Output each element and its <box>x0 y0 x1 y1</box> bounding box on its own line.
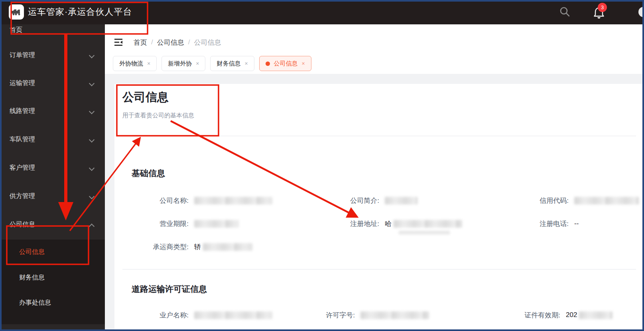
field-registered-phone: 注册电话: -- <box>505 218 579 229</box>
divider <box>122 269 636 270</box>
submenu-item-finance-info[interactable]: 财务信息 <box>0 271 105 284</box>
notification-badge: 3 <box>598 3 607 12</box>
tab-label: 财务信息 <box>217 60 240 67</box>
tab-close-icon[interactable]: × <box>302 60 305 67</box>
tab-finance-info[interactable]: 财务信息 × <box>210 56 254 71</box>
tab-bar: 外协物流 × 新增外协 × 财务信息 × 公司信息 × <box>113 56 311 71</box>
field-value-prefix: 202 <box>566 311 577 319</box>
chevron-down-icon <box>89 137 95 143</box>
tab-close-icon[interactable]: × <box>147 60 150 67</box>
field-business-term: 营业期限: <box>125 218 239 229</box>
menu-fold-icon[interactable] <box>114 38 123 47</box>
submenu-item-office-info[interactable]: 办事处信息 <box>0 296 105 309</box>
sidebar-item-label: 首页 <box>10 26 22 33</box>
sidebar-item-label: 订单管理 <box>10 52 35 58</box>
chevron-down-icon <box>89 165 95 171</box>
section-title-basic-info: 基础信息 <box>132 168 165 179</box>
chevron-up-icon <box>89 224 95 229</box>
field-label: 业户名称: <box>125 311 189 320</box>
divider <box>122 136 636 136</box>
sidebar-item-fleet[interactable]: 车队管理 <box>0 133 105 146</box>
sidebar-item-label: 车队管理 <box>10 136 35 143</box>
breadcrumb: 首页 / 公司信息 / 公司信息 <box>134 37 221 48</box>
sidebar-item-orders[interactable]: 订单管理 <box>0 49 105 61</box>
redacted-value <box>399 231 450 234</box>
tab-close-icon[interactable]: × <box>196 60 199 67</box>
breadcrumb-separator: / <box>188 38 190 46</box>
sidebar-item-home[interactable]: 首页 <box>0 24 105 36</box>
sidebar-submenu: 公司信息 财务信息 办事处信息 <box>0 240 105 324</box>
content-area: 公司信息 用于查看贵公司的基本信息 基础信息 公司名称: 公司简介: 信用代码:… <box>105 74 644 331</box>
breadcrumb-separator: / <box>151 38 153 46</box>
field-registered-address: 注册地址: 哈 <box>315 218 462 229</box>
truck-icon <box>10 6 22 18</box>
field-label: 许可字号: <box>291 311 355 320</box>
tab-label: 外协物流 <box>119 60 143 67</box>
field-validity: 证件有效期: 202 <box>496 310 612 320</box>
app-logo <box>9 4 24 20</box>
field-label: 注册地址: <box>315 219 379 228</box>
field-value: -- <box>574 220 579 228</box>
redacted-value <box>203 243 252 251</box>
field-label: 公司名称: <box>125 196 189 205</box>
field-label: 信用代码: <box>505 196 569 205</box>
breadcrumb-bar: 首页 / 公司信息 / 公司信息 外协物流 × 新增外协 × 财务信息 × 公司… <box>105 24 644 74</box>
breadcrumb-home[interactable]: 首页 <box>134 38 147 47</box>
redacted-value <box>574 197 639 204</box>
tab-label: 新增外协 <box>168 60 192 67</box>
sidebar-item-customers[interactable]: 客户管理 <box>0 161 105 174</box>
sidebar-item-label: 公司信息 <box>10 221 35 228</box>
submenu-item-label: 办事处信息 <box>19 299 51 306</box>
app-window: 运车管家·承运合伙人平台 3 首页 订单管理 运输管理 线路管理 车队管理 客户… <box>0 0 644 331</box>
tab-label: 公司信息 <box>274 60 298 67</box>
submenu-item-label: 财务信息 <box>19 274 45 281</box>
active-tab-dot <box>266 61 270 66</box>
field-value-prefix: 轿 <box>194 242 201 252</box>
page-title: 公司信息 <box>122 89 169 105</box>
sidebar-item-label: 客户管理 <box>10 164 35 171</box>
breadcrumb-company-info[interactable]: 公司信息 <box>157 38 184 47</box>
field-label: 注册电话: <box>505 219 569 228</box>
avatar[interactable] <box>638 7 644 17</box>
redacted-value <box>194 220 239 228</box>
field-label: 公司简介: <box>315 196 379 205</box>
redacted-value <box>385 197 418 204</box>
sidebar-item-transport[interactable]: 运输管理 <box>0 77 105 89</box>
tab-new-external[interactable]: 新增外协 × <box>161 56 205 71</box>
section-title-license-info: 道路运输许可证信息 <box>132 283 207 295</box>
field-license-no: 许可字号: <box>291 310 429 320</box>
sidebar: 首页 订单管理 运输管理 线路管理 车队管理 客户管理 供方管理 公司信息 公司… <box>0 24 105 331</box>
content-card: 公司信息 用于查看贵公司的基本信息 基础信息 公司名称: 公司简介: 信用代码:… <box>114 84 644 331</box>
sidebar-item-routes[interactable]: 线路管理 <box>0 105 105 117</box>
field-operator-name: 业户名称: <box>125 310 272 320</box>
search-icon[interactable] <box>558 6 571 18</box>
chevron-down-icon <box>89 53 95 58</box>
field-company-intro: 公司简介: <box>315 195 418 206</box>
sidebar-item-suppliers[interactable]: 供方管理 <box>0 190 105 202</box>
tab-external-logistics[interactable]: 外协物流 × <box>113 56 157 71</box>
sidebar-item-label: 供方管理 <box>10 192 35 199</box>
page-subtitle: 用于查看贵公司的基本信息 <box>122 112 194 119</box>
redacted-value <box>579 311 612 319</box>
field-label: 营业期限: <box>125 219 189 228</box>
sidebar-item-label: 运输管理 <box>10 79 35 86</box>
redacted-value <box>394 220 462 228</box>
chevron-down-icon <box>89 194 95 199</box>
breadcrumb-current: 公司信息 <box>194 38 221 47</box>
chevron-down-icon <box>89 81 95 86</box>
field-label: 证件有效期: <box>496 311 560 320</box>
sidebar-item-label: 线路管理 <box>10 107 35 114</box>
app-title: 运车管家·承运合伙人平台 <box>28 6 132 18</box>
field-carrier-type: 承运商类型: 轿 <box>125 242 252 252</box>
tab-close-icon[interactable]: × <box>244 60 248 67</box>
redacted-value <box>194 197 272 204</box>
app-header: 运车管家·承运合伙人平台 3 <box>0 0 644 24</box>
field-value-prefix: 哈 <box>385 219 392 228</box>
sidebar-item-company-info[interactable]: 公司信息 <box>0 218 105 231</box>
tab-company-info-active[interactable]: 公司信息 × <box>259 56 311 71</box>
field-company-name: 公司名称: <box>125 195 272 206</box>
chevron-down-icon <box>89 109 95 114</box>
submenu-item-company-info[interactable]: 公司信息 <box>0 246 105 258</box>
submenu-item-label: 公司信息 <box>19 248 45 255</box>
field-label: 承运商类型: <box>125 242 189 252</box>
